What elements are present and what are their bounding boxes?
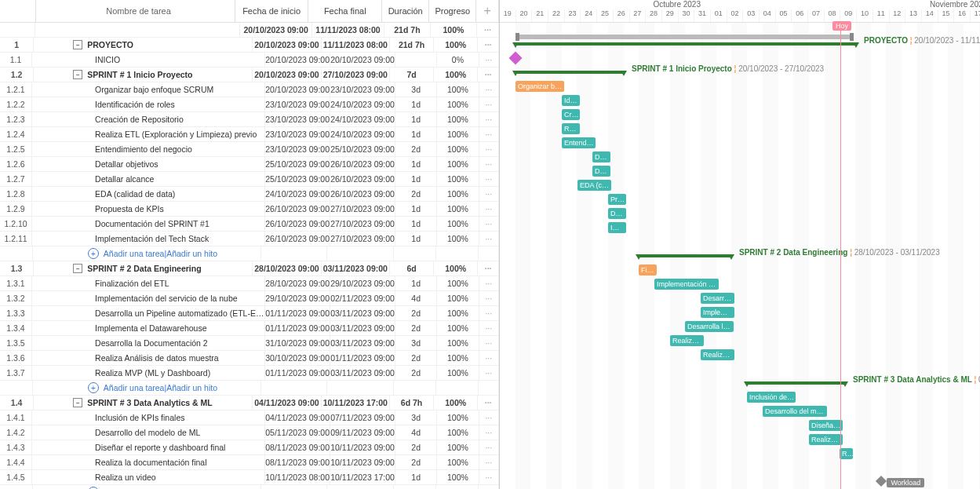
summary-bar[interactable] bbox=[516, 71, 624, 74]
task-end[interactable]: 03/11/2023 09:00 bbox=[330, 321, 395, 335]
task-start[interactable]: 25/10/2023 09:00 bbox=[265, 157, 330, 171]
task-actions[interactable]: ··· bbox=[479, 53, 499, 67]
task-name[interactable]: Diseñar el reporte y dashboard final bbox=[32, 440, 265, 454]
task-end[interactable]: 03/11/2023 09:00 bbox=[330, 306, 395, 320]
task-row[interactable]: 1−PROYECTO20/10/2023 09:0011/11/2023 08:… bbox=[0, 38, 499, 53]
task-name[interactable]: −PROYECTO bbox=[34, 38, 253, 52]
task-bar[interactable]: Inclusión de… bbox=[747, 392, 796, 403]
task-end[interactable]: 26/10/2023 09:00 bbox=[330, 157, 395, 171]
task-name[interactable]: Realiza la documentación final bbox=[32, 455, 265, 469]
task-actions[interactable]: ··· bbox=[478, 261, 499, 276]
task-end[interactable]: 25/10/2023 09:00 bbox=[330, 142, 395, 156]
task-bar[interactable]: Entend… bbox=[562, 137, 596, 148]
task-row[interactable]: 1.2.1Organizar bajo enfoque SCRUM20/10/2… bbox=[0, 82, 499, 97]
task-actions[interactable]: ··· bbox=[479, 217, 499, 231]
add-milestone-link[interactable]: Añadir un hito bbox=[166, 383, 217, 392]
add-task-link[interactable]: Añadir una tarea bbox=[104, 249, 165, 258]
task-bar[interactable]: Imple… bbox=[701, 307, 734, 318]
task-row[interactable]: 1.2.6Detallar objetivos25/10/2023 09:002… bbox=[0, 157, 499, 172]
task-start[interactable]: 26/10/2023 09:00 bbox=[265, 202, 330, 216]
task-row[interactable]: 1.1INICIO20/10/2023 09:0020/10/2023 09:0… bbox=[0, 53, 499, 68]
task-end[interactable]: 24/10/2023 09:00 bbox=[330, 97, 395, 111]
task-actions[interactable]: ··· bbox=[479, 187, 499, 201]
task-start[interactable]: 29/10/2023 09:00 bbox=[265, 291, 330, 305]
task-bar[interactable]: Desarrolla l… bbox=[685, 321, 734, 332]
task-start[interactable]: 10/11/2023 08:00 bbox=[265, 470, 330, 484]
col-name[interactable]: Nombre de tarea bbox=[36, 0, 235, 22]
task-actions[interactable]: ··· bbox=[479, 232, 499, 246]
col-end[interactable]: Fecha final bbox=[308, 0, 382, 22]
task-bar[interactable]: Cr… bbox=[562, 109, 580, 120]
task-start[interactable]: 31/10/2023 09:00 bbox=[265, 336, 330, 350]
task-row[interactable]: 1.3.5Desarrolla la Documentación 231/10/… bbox=[0, 336, 499, 351]
add-milestone-link[interactable]: Añadir un hito bbox=[166, 249, 217, 258]
task-end[interactable]: 10/11/2023 17:00 bbox=[330, 470, 395, 484]
plus-icon[interactable]: + bbox=[88, 248, 99, 259]
task-row[interactable]: 1.4.3Diseñar el reporte y dashboard fina… bbox=[0, 440, 499, 455]
task-bar[interactable]: Id… bbox=[562, 95, 580, 106]
task-name[interactable]: Inclusión de KPIs finales bbox=[32, 411, 265, 425]
col-duration[interactable]: Duración bbox=[382, 0, 429, 22]
task-end[interactable]: 10/11/2023 17:00 bbox=[322, 396, 390, 410]
task-name[interactable]: Realiza un video bbox=[32, 470, 265, 484]
task-end[interactable]: 01/11/2023 09:00 bbox=[330, 351, 395, 365]
task-row[interactable]: 1.2.3Creación de Repositorio23/10/2023 0… bbox=[0, 112, 499, 127]
task-row[interactable]: 1.3.7Realiza MVP (ML y Dashboard)01/11/2… bbox=[0, 366, 499, 381]
task-row[interactable]: 1.3.2Implementación del servicio de la n… bbox=[0, 291, 499, 306]
task-name[interactable]: Desarrolla la Documentación 2 bbox=[32, 336, 265, 350]
add-task-link[interactable]: Añadir una tarea bbox=[104, 383, 165, 392]
task-bar[interactable]: D… bbox=[608, 208, 626, 219]
task-row[interactable]: 1.4.4Realiza la documentación final08/11… bbox=[0, 455, 499, 470]
task-actions[interactable]: ··· bbox=[479, 336, 499, 350]
task-bar[interactable]: I… bbox=[608, 222, 626, 233]
task-name[interactable]: Propuesta de KPIs bbox=[32, 202, 265, 216]
task-name[interactable]: Desarrollo del modelo de ML bbox=[32, 425, 265, 440]
task-bar[interactable]: Fi… bbox=[639, 265, 657, 276]
task-actions[interactable]: ··· bbox=[479, 455, 499, 469]
task-name[interactable]: Realiza MVP (ML y Dashboard) bbox=[32, 366, 265, 380]
task-name[interactable]: INICIO bbox=[32, 53, 265, 67]
task-start[interactable]: 04/11/2023 09:00 bbox=[265, 411, 330, 425]
task-end[interactable]: 07/11/2023 09:00 bbox=[330, 411, 395, 425]
task-actions[interactable]: ··· bbox=[479, 172, 499, 186]
task-bar[interactable]: Diseña… bbox=[809, 420, 843, 431]
task-end[interactable]: 24/10/2023 09:00 bbox=[330, 127, 395, 141]
add-row[interactable]: +Añadir una tarea | Añadir un hito bbox=[0, 246, 499, 261]
task-name[interactable]: Organizar bajo enfoque SCRUM bbox=[32, 82, 265, 97]
collapse-icon[interactable]: − bbox=[73, 40, 82, 49]
grid-body[interactable]: 20/10/2023 09:0011/11/2023 08:0021d 7h10… bbox=[0, 23, 499, 489]
task-end[interactable]: 03/11/2023 09:00 bbox=[330, 366, 395, 380]
task-row[interactable]: 1.2.2Identificación de roles23/10/2023 0… bbox=[0, 97, 499, 112]
task-start[interactable]: 20/10/2023 09:00 bbox=[240, 23, 312, 37]
task-row[interactable]: 1.4−SPRINT # 3 Data Analytics & ML04/11/… bbox=[0, 396, 499, 411]
task-start[interactable]: 08/11/2023 09:00 bbox=[265, 455, 330, 469]
task-row[interactable]: 20/10/2023 09:0011/11/2023 08:0021d 7h10… bbox=[0, 23, 499, 38]
task-name[interactable]: Realiza Análisis de datos muestra bbox=[32, 351, 265, 365]
task-end[interactable]: 10/11/2023 09:00 bbox=[330, 440, 395, 454]
task-start[interactable]: 23/10/2023 09:00 bbox=[265, 112, 330, 126]
task-actions[interactable]: ··· bbox=[477, 23, 499, 37]
task-end[interactable]: 27/10/2023 09:00 bbox=[322, 68, 390, 82]
task-name[interactable]: Entendimiento del negocio bbox=[32, 142, 265, 156]
task-start[interactable]: 04/11/2023 09:00 bbox=[253, 396, 321, 410]
task-row[interactable]: 1.3.1Finalización del ETL28/10/2023 09:0… bbox=[0, 276, 499, 291]
task-end[interactable]: 24/10/2023 09:00 bbox=[330, 112, 395, 126]
summary-bar[interactable] bbox=[639, 254, 731, 257]
task-row[interactable]: 1.4.2Desarrollo del modelo de ML05/11/20… bbox=[0, 425, 499, 440]
task-bar[interactable]: Realiz… bbox=[670, 335, 704, 346]
task-name[interactable]: Implementa el Datawarehouse bbox=[32, 321, 265, 335]
task-row[interactable]: 1.3−SPRINT # 2 Data Engineering28/10/202… bbox=[0, 261, 499, 276]
task-actions[interactable]: ··· bbox=[479, 440, 499, 454]
task-end[interactable]: 26/10/2023 09:00 bbox=[330, 172, 395, 186]
task-actions[interactable]: ··· bbox=[479, 291, 499, 305]
task-row[interactable]: 1.4.1Inclusión de KPIs finales04/11/2023… bbox=[0, 411, 499, 425]
task-start[interactable]: 28/10/2023 09:00 bbox=[265, 276, 330, 290]
task-start[interactable]: 24/10/2023 09:00 bbox=[265, 187, 330, 201]
task-start[interactable]: 01/11/2023 09:00 bbox=[265, 321, 330, 335]
task-start[interactable]: 08/11/2023 09:00 bbox=[265, 440, 330, 454]
task-actions[interactable]: ··· bbox=[478, 396, 499, 410]
task-bar[interactable]: Realiz… bbox=[701, 349, 734, 360]
task-start[interactable]: 30/10/2023 09:00 bbox=[265, 351, 330, 365]
task-end[interactable]: 03/11/2023 09:00 bbox=[322, 261, 390, 276]
task-end[interactable]: 20/10/2023 09:00 bbox=[330, 53, 395, 67]
